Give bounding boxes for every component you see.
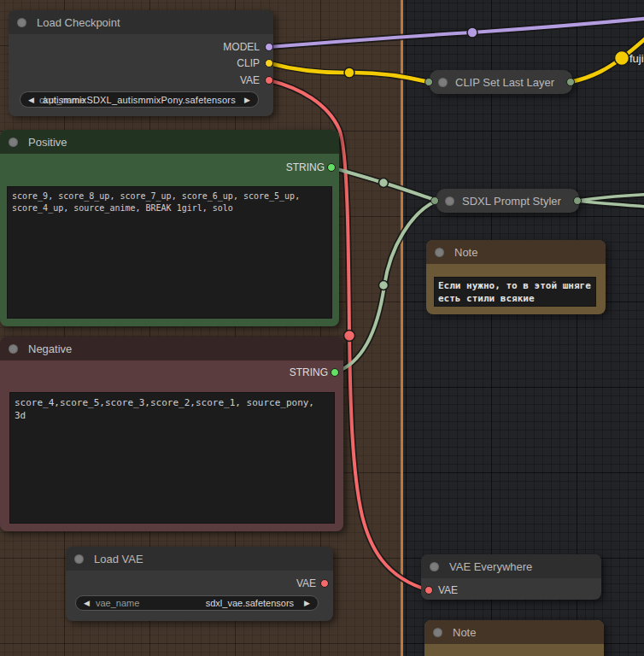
node-load-vae[interactable]: Load VAE VAE ◀ vae_name sdxl_vae.safeten… (66, 547, 333, 621)
node-vae-everywhere[interactable]: VAE Everywhere VAE (421, 554, 601, 600)
output-label-vae: VAE (240, 74, 260, 86)
link-dot-model (467, 27, 477, 38)
node-graph-canvas[interactable]: fujin Load Checkpoint MODEL CLIP VAE ◀ c… (0, 0, 644, 656)
ckpt-name-combo[interactable]: ◀ ckpt_name autismmixSDXL_autismmixPony.… (20, 91, 259, 108)
collapse-dot[interactable] (438, 78, 448, 87)
output-label-vae: VAE (296, 577, 316, 589)
node-title: Note (454, 246, 477, 259)
node-note-styles[interactable]: Note Если нужно, то в этой шняге есть ст… (426, 240, 606, 314)
node-title: SDXL Prompt Styler (462, 195, 561, 208)
link-dot-vae (344, 331, 355, 342)
node-title: VAE Everywhere (449, 560, 532, 573)
output-label-string: STRING (290, 366, 328, 378)
collapse-dot[interactable] (9, 344, 18, 354)
node-sdxl-prompt-styler[interactable]: SDXL Prompt Styler (436, 189, 579, 213)
node-title: Positive (28, 136, 67, 149)
node-title: Note (453, 626, 476, 639)
output-slot-string[interactable] (327, 163, 336, 172)
combo-label: vae_name (96, 598, 206, 608)
output-slot-string[interactable] (331, 368, 339, 377)
input-slot-vae[interactable] (424, 586, 433, 594)
collapsed-output-slot[interactable] (573, 196, 582, 205)
combo-value: autismmixSDXL_autismmixPony.safetensors (20, 95, 258, 105)
output-slot-vae[interactable] (265, 76, 273, 85)
collapse-dot[interactable] (74, 554, 84, 564)
node-load-checkpoint[interactable]: Load Checkpoint MODEL CLIP VAE ◀ ckpt_na… (9, 10, 273, 116)
negative-prompt-textarea[interactable]: score_4,score_5,score_3,score_2,score_1,… (9, 392, 335, 524)
combo-value: sdxl_vae.safetensors (206, 598, 294, 608)
output-slot-model[interactable] (265, 43, 273, 51)
collapse-dot[interactable] (433, 628, 442, 637)
combo-next-icon[interactable]: ▶ (304, 600, 310, 607)
node-negative[interactable]: Negative STRING score_4,score_5,score_3,… (0, 337, 343, 531)
node-titlebar: Load Checkpoint (9, 10, 273, 34)
collapsed-output-slot[interactable] (566, 78, 575, 86)
combo-prev-icon[interactable]: ◀ (84, 600, 90, 607)
node-note-bottom[interactable]: Note (424, 620, 604, 656)
output-slot-clip[interactable] (265, 59, 273, 67)
collapse-dot[interactable] (435, 248, 444, 257)
output-slot-vae[interactable] (320, 579, 329, 588)
node-titlebar: Negative (0, 337, 343, 360)
node-positive[interactable]: Positive STRING score_9, score_8_up, sco… (0, 130, 339, 326)
output-label-string: STRING (286, 161, 325, 173)
node-title: Load VAE (94, 553, 143, 565)
node-title: Negative (28, 343, 72, 355)
link-dot-clip (344, 67, 354, 78)
link-dot-string-negative (379, 281, 389, 290)
node-clip-set-last-layer[interactable]: CLIP Set Last Layer (430, 70, 572, 94)
node-titlebar: Load VAE (66, 547, 333, 571)
link-dot-string-positive (379, 179, 389, 188)
combo-next-icon[interactable]: ▶ (244, 97, 250, 104)
input-label-vae: VAE (438, 584, 458, 596)
output-label-clip: CLIP (237, 57, 260, 69)
collapsed-input-slot[interactable] (424, 78, 433, 86)
reroute-dot-fujin[interactable] (615, 51, 629, 66)
node-titlebar: VAE Everywhere (421, 554, 601, 578)
node-title: Load Checkpoint (37, 16, 120, 29)
node-titlebar: Positive (0, 130, 339, 154)
collapse-dot[interactable] (17, 18, 26, 27)
collapsed-input-slot[interactable] (430, 196, 439, 205)
node-titlebar: Note (426, 240, 606, 264)
node-title: CLIP Set Last Layer (455, 76, 554, 89)
node-titlebar: Note (424, 620, 604, 644)
offscreen-node-label: fujin (629, 52, 644, 65)
collapse-dot[interactable] (445, 196, 454, 206)
note-textarea[interactable]: Если нужно, то в этой шняге есть стили в… (434, 277, 596, 307)
collapse-dot[interactable] (430, 562, 439, 571)
output-label-model: MODEL (223, 41, 260, 53)
collapse-dot[interactable] (9, 138, 18, 147)
positive-prompt-textarea[interactable]: score_9, score_8_up, score_7_up, score_6… (7, 186, 332, 319)
vae-name-combo[interactable]: ◀ vae_name sdxl_vae.safetensors ▶ (75, 595, 319, 611)
link-model (269, 19, 644, 48)
